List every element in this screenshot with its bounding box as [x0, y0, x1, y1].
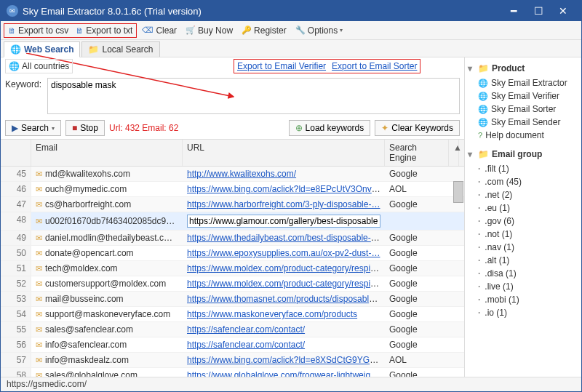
email-group-item[interactable]: .io (1): [478, 306, 578, 319]
results-grid[interactable]: 45✉md@kwalitexohs.comhttp://www.kwalitex…: [1, 167, 464, 377]
stop-button[interactable]: ■Stop: [65, 120, 105, 136]
email-group-item[interactable]: .gov (6): [478, 215, 578, 228]
maximize-button[interactable]: ☐: [526, 1, 551, 21]
product-item[interactable]: 🌐Sky Email Extractor: [478, 76, 578, 89]
tab-local-search[interactable]: 📁Local Search: [81, 41, 159, 57]
table-row[interactable]: 57✉info@maskdealz.comhttps://www.bing.co…: [1, 353, 464, 368]
export-verifier-link[interactable]: Export to Email Verifier: [237, 61, 326, 71]
minimize-button[interactable]: ━: [501, 1, 526, 21]
table-row[interactable]: 48✉u002f01670db7f463402085dc9…: [1, 212, 464, 231]
country-select[interactable]: 🌐All countries: [5, 59, 73, 73]
email-group-item[interactable]: .mobi (1): [478, 293, 578, 306]
options-button[interactable]: 🔧Options ▾: [292, 24, 346, 37]
product-section[interactable]: ▾📁Product: [468, 62, 578, 75]
load-keywords-button[interactable]: ⊕Load keywords: [289, 120, 371, 136]
table-row[interactable]: 51✉tech@moldex.comhttps://www.moldex.com…: [1, 261, 464, 276]
clear-button[interactable]: ⌫Clear: [138, 24, 180, 37]
table-row[interactable]: 47✉cs@harborfreight.comhttps://www.harbo…: [1, 197, 464, 212]
email-group-item[interactable]: .eu (1): [478, 201, 578, 215]
table-row[interactable]: 45✉md@kwalitexohs.comhttp://www.kwalitex…: [1, 167, 464, 182]
email-group-item[interactable]: .disa (1): [478, 267, 578, 280]
table-row[interactable]: 54✉support@maskoneveryface.comhttps://ww…: [1, 307, 464, 322]
product-item[interactable]: 🌐Sky Email Verifier: [478, 89, 578, 103]
table-row[interactable]: 46✉ouch@mymedic.comhttps://www.bing.com/…: [1, 182, 464, 197]
email-group-item[interactable]: .alt (1): [478, 254, 578, 267]
search-button[interactable]: ▶Search ▾: [5, 120, 61, 136]
product-item[interactable]: 🌐Sky Email Sorter: [478, 103, 578, 116]
export-csv-button[interactable]: 🗎Export to csv: [4, 24, 72, 37]
register-button[interactable]: 🔑Register: [238, 24, 290, 37]
scrollbar-handle[interactable]: [453, 181, 463, 203]
email-group-item[interactable]: .live (1): [478, 280, 578, 293]
table-row[interactable]: 49✉daniel.modlin@thedailybeast.c…https:/…: [1, 231, 464, 246]
product-item[interactable]: 🌐Sky Email Sender: [478, 116, 578, 129]
export-sorter-link[interactable]: Export to Email Sorter: [332, 61, 417, 71]
app-logo-icon: ✉: [7, 5, 18, 17]
table-row[interactable]: 58✉sales@globalglove.comhttps://www.glob…: [1, 368, 464, 377]
keyword-input[interactable]: [47, 78, 460, 114]
clear-keywords-button[interactable]: ✦Clear Keywords: [375, 120, 460, 136]
export-txt-button[interactable]: 🗎Export to txt: [72, 24, 136, 37]
url-email-stats: Url: 432 Email: 62: [109, 123, 178, 133]
email-group-item[interactable]: .nav (1): [478, 241, 578, 254]
email-group-item[interactable]: .com (45): [478, 175, 578, 188]
product-item[interactable]: ?Help document: [478, 129, 578, 142]
email-group-item[interactable]: .net (2): [478, 188, 578, 201]
table-row[interactable]: 56✉info@safenclear.comhttps://safenclear…: [1, 337, 464, 353]
table-row[interactable]: 53✉mail@busseinc.comhttps://www.thomasne…: [1, 292, 464, 307]
table-row[interactable]: 50✉donate@opencart.comhttps://www.epoxys…: [1, 246, 464, 261]
table-row[interactable]: 55✉sales@safenclear.comhttps://safenclea…: [1, 322, 464, 337]
window-title: Sky Email Extractor 8.0.1.6c (Trial vers…: [23, 6, 501, 17]
buy-now-button[interactable]: 🛒Buy Now: [182, 24, 236, 37]
status-bar: https://gsmedic.com/: [1, 377, 581, 391]
tab-web-search[interactable]: 🌐Web Search: [4, 41, 80, 57]
grid-header: Email URL Search Engine ▲: [1, 139, 464, 167]
keyword-label: Keyword:: [5, 78, 44, 114]
email-group-section[interactable]: ▾📁Email group: [468, 148, 578, 161]
email-group-item[interactable]: .not (1): [478, 228, 578, 241]
table-row[interactable]: 52✉customersupport@moldex.comhttps://www…: [1, 276, 464, 292]
email-group-item[interactable]: .filt (1): [478, 162, 578, 175]
close-button[interactable]: ✕: [551, 1, 575, 21]
